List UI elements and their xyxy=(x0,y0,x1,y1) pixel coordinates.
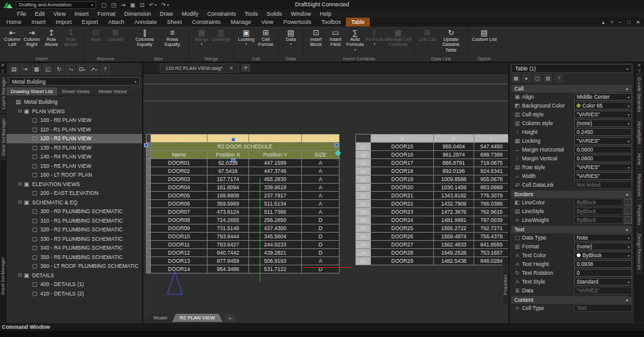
chevron-down-icon[interactable]: ▾ xyxy=(628,280,630,284)
ribbon-tab-view[interactable]: View xyxy=(256,18,278,26)
document-tab[interactable]: 120 R2 PLAN VIEW.dwg* ✕ xyxy=(160,64,239,73)
table-cell[interactable]: D xyxy=(302,265,340,273)
tab-model-views[interactable]: Model Views xyxy=(94,87,131,96)
redo-icon[interactable]: ↷ xyxy=(161,2,166,8)
palette-tab-properties[interactable]: Properties xyxy=(636,201,642,229)
table-cell[interactable]: A xyxy=(302,257,340,265)
table-cell[interactable]: D xyxy=(302,233,340,241)
column-letter[interactable]: B xyxy=(434,135,474,143)
command-window-bar[interactable]: Command Window xyxy=(0,323,644,331)
table-cell[interactable]: 437.4300 xyxy=(249,224,302,233)
tree-item[interactable]: ▢320 - R2 PLUMBING SCHEMATIC xyxy=(6,225,142,235)
table-cell[interactable]: 455.2830 xyxy=(249,175,302,184)
chevron-down-icon[interactable]: ▾ xyxy=(155,3,157,7)
ribbon-tab-import[interactable]: Import xyxy=(51,18,77,26)
table-cell[interactable]: 753.1657 xyxy=(474,249,509,257)
table-cell[interactable]: 689.7388 xyxy=(474,151,509,159)
ribbon-button-custom-list[interactable]: ▤Custom List xyxy=(470,28,498,42)
menu-modify[interactable]: Modify xyxy=(177,11,203,17)
property-value-field[interactable]: Middle Center▾ xyxy=(574,93,632,101)
table-cell[interactable]: 62.0339 xyxy=(208,159,249,167)
table-cell[interactable]: DOOR03 xyxy=(151,175,208,184)
row-grip[interactable] xyxy=(147,184,151,192)
table-cell[interactable]: DOOR20 xyxy=(371,184,434,192)
row-number[interactable]: 19 xyxy=(356,159,371,167)
ribbon-tab-sheet[interactable]: Sheet xyxy=(162,18,187,26)
ribbon-button-column-right[interactable]: ⇥Column Right xyxy=(22,28,42,48)
select-cursor-icon[interactable]: ▸ xyxy=(523,74,531,82)
menu-format[interactable]: Format xyxy=(93,11,120,17)
collapse-icon[interactable]: ▲ xyxy=(625,298,629,302)
menu-solids[interactable]: Solids xyxy=(262,11,287,17)
tab-drawing-sheet-list[interactable]: Drawing Sheet List xyxy=(6,87,57,96)
row-grip[interactable] xyxy=(147,159,151,167)
print-icon[interactable]: ⊡▾ xyxy=(77,65,87,74)
table-cell[interactable]: 776.3079 xyxy=(474,192,509,200)
table-cell[interactable]: DOOR25 xyxy=(371,224,434,233)
row-number[interactable]: 21 xyxy=(356,175,371,184)
column-letter[interactable]: A xyxy=(371,135,434,143)
chevron-down-icon[interactable]: ▾ xyxy=(628,113,630,117)
chevron-down-icon[interactable]: ▾ xyxy=(628,95,630,99)
row-number[interactable]: 20 xyxy=(356,167,371,175)
table-cell[interactable]: 447.3746 xyxy=(249,167,302,175)
table-header-cell[interactable]: Position Y xyxy=(249,151,302,159)
print-icon[interactable]: ⊡ xyxy=(140,2,145,8)
column-letter[interactable]: C xyxy=(474,135,509,143)
select-table-icon[interactable]: ▦ xyxy=(512,74,520,82)
drawing-canvas[interactable]: 120 R2 PLAN VIEW.dwg* ✕ + ABCDR2 DOOR SC… xyxy=(143,63,509,323)
table-cell[interactable]: 756.4378 xyxy=(474,233,509,241)
table-cell[interactable]: 940.7442 xyxy=(208,249,249,257)
chevron-down-icon[interactable]: ▾ xyxy=(628,253,630,258)
palette-tab-sheet-set-manager[interactable]: Sheet Set Manager xyxy=(1,114,6,160)
table-cell[interactable]: 1343.8182 xyxy=(434,192,474,200)
ribbon-tab-table[interactable]: Table xyxy=(346,18,370,26)
row-grip[interactable] xyxy=(147,224,151,233)
table-cell[interactable]: DOOR15 xyxy=(371,143,434,151)
ribbon-button-locking[interactable]: ▣Locking▾ xyxy=(236,28,256,47)
open-file-icon[interactable]: ◳ xyxy=(111,2,117,8)
property-value-field[interactable]: (none)▾ xyxy=(574,119,632,127)
tree-item[interactable]: ▢130 - R3 PLAN VIEW xyxy=(6,143,142,153)
table-cell[interactable]: D xyxy=(302,241,340,249)
menu-help[interactable]: Help xyxy=(316,11,336,17)
table-cell[interactable]: 473.6124 xyxy=(208,208,249,216)
table-cell[interactable]: DOOR02 xyxy=(151,167,208,175)
tree-item[interactable]: ▢140 - R4 PLAN VIEW xyxy=(6,152,142,162)
row-number[interactable]: 27 xyxy=(356,224,371,233)
row-grip[interactable] xyxy=(147,208,151,216)
workspace-select[interactable]: Drafting and Annotation ▾ xyxy=(16,1,96,9)
browse-button[interactable]: ... xyxy=(625,207,632,215)
table-cell[interactable]: 848.0284 xyxy=(474,257,509,265)
ribbon-button-auto-formula[interactable]: ∑Auto Formula▾ xyxy=(345,28,365,52)
palette-tab-references[interactable]: References xyxy=(636,170,642,201)
table-grip[interactable] xyxy=(335,143,338,147)
history-icon[interactable]: ◔▾ xyxy=(66,65,75,74)
table-cell[interactable]: 892.0196 xyxy=(434,167,474,175)
tree-item[interactable]: ▢340 - R4 PLUMBING SCHEMATIC xyxy=(6,243,142,253)
table-cell[interactable]: 954.3486 xyxy=(208,265,249,273)
ribbon-button-rows-equally[interactable]: ≡Rows Equally xyxy=(158,28,186,48)
ribbon-button-data[interactable]: ▤Data▾ xyxy=(281,28,301,47)
table-cell[interactable]: DOOR28 xyxy=(371,249,434,257)
row-grip[interactable] xyxy=(147,192,151,200)
ribbon-button-row-above[interactable]: ↥Row Above xyxy=(42,28,61,48)
table-cell[interactable]: DOOR11 xyxy=(151,241,208,249)
table-cell[interactable]: DOOR04 xyxy=(151,184,208,192)
table-cell[interactable]: A xyxy=(302,208,340,216)
table-cell[interactable]: 1559.4974 xyxy=(434,233,474,241)
table-grip[interactable] xyxy=(231,158,235,162)
tree-item[interactable]: ▤Metal Building xyxy=(6,97,142,107)
tree-item[interactable]: ▢360 - LT ROOF PLUMBING SCHEMATIC xyxy=(6,262,142,271)
table-cell[interactable]: 511.5134 xyxy=(249,200,302,208)
row-number[interactable]: 29 xyxy=(356,241,371,249)
table-cell[interactable]: 531.7122 xyxy=(249,265,302,273)
import-file-icon[interactable]: ⇥ xyxy=(121,2,126,8)
sheet-selection-icon[interactable]: ▦ xyxy=(32,65,41,74)
property-value-field[interactable]: 0.0600 xyxy=(574,146,632,153)
publish-icon[interactable]: ↗▾ xyxy=(89,65,99,74)
row-number[interactable]: 24 xyxy=(356,200,371,208)
menu-edit[interactable]: Edit xyxy=(31,11,50,17)
table-cell[interactable]: DOOR06 xyxy=(151,200,208,208)
collapse-ribbon-icon[interactable]: ▴ xyxy=(602,19,604,25)
